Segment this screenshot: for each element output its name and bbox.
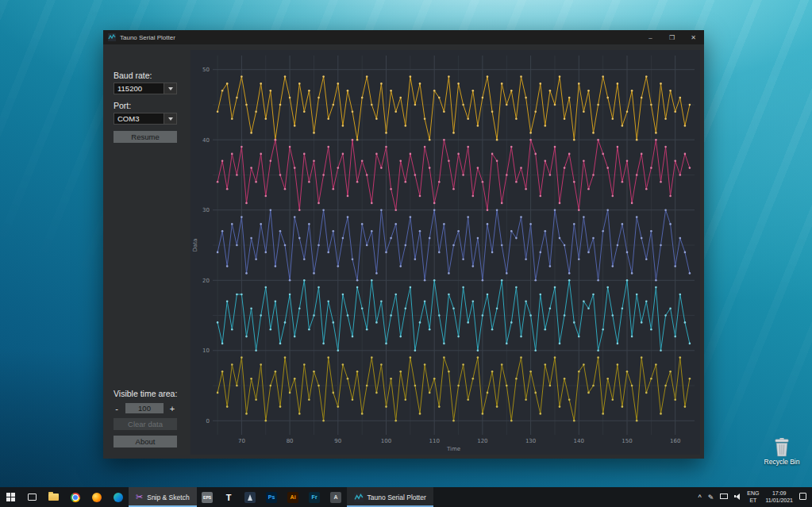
file-explorer-button[interactable] (43, 487, 64, 507)
taskbar-snip-sketch[interactable]: ✂ Snip & Sketch (129, 487, 197, 507)
clear-data-button[interactable]: Clear data (114, 418, 177, 430)
svg-text:110: 110 (429, 438, 440, 444)
svg-text:120: 120 (477, 438, 487, 444)
chevron-down-icon[interactable] (164, 83, 177, 94)
tauno-plotter-icon (354, 493, 364, 502)
port-value: COM3 (114, 113, 164, 125)
desktop: Recycle Bin Tauno Serial Plotter – ❒ ✕ B… (0, 0, 812, 507)
taskbar-tauno-plotter[interactable]: Tauno Serial Plotter (347, 487, 433, 507)
t-app-icon: T (223, 492, 234, 503)
decrement-button[interactable]: - (114, 404, 120, 413)
recycle-bin[interactable]: Recycle Bin (756, 436, 807, 466)
visible-time-area-label: Visible time area: (114, 389, 184, 398)
action-center-icon[interactable] (799, 493, 806, 501)
pinned-app-photoshop[interactable]: Ps (261, 487, 283, 507)
svg-text:40: 40 (202, 137, 210, 144)
svg-text:80: 80 (287, 438, 294, 444)
clock-time: 17:09 (772, 490, 787, 497)
folder-icon (48, 494, 59, 501)
firefox-button[interactable] (86, 487, 107, 507)
task-view-button[interactable] (21, 487, 43, 507)
clock-date: 11/01/2021 (765, 497, 793, 504)
increment-button[interactable]: + (169, 404, 175, 413)
firefox-icon (92, 493, 102, 502)
recycle-bin-icon (773, 436, 791, 457)
window-controls: – ❒ ✕ (640, 30, 704, 44)
taskbar: ✂ Snip & Sketch EPS T Ps Ai Fr A (0, 487, 812, 507)
hidden-icons-chevron[interactable]: ^ (698, 494, 702, 501)
snip-sketch-icon: ✂ (136, 493, 143, 501)
maximize-button[interactable]: ❒ (661, 30, 683, 44)
sidebar: Baud rate: 115200 Port: COM3 Resume Visi… (103, 44, 189, 459)
language-indicator[interactable]: ENG ET (747, 490, 759, 503)
window-content: Baud rate: 115200 Port: COM3 Resume Visi… (103, 44, 704, 459)
svg-text:20: 20 (202, 278, 210, 284)
titlebar[interactable]: Tauno Serial Plotter – ❒ ✕ (103, 30, 704, 44)
edge-button[interactable] (107, 487, 129, 507)
close-button[interactable]: ✕ (683, 30, 704, 44)
svg-text:160: 160 (670, 438, 680, 444)
fresco-icon: Fr (309, 492, 320, 503)
app-icon (108, 33, 116, 41)
svg-text:10: 10 (202, 348, 210, 354)
pinned-app-pen-tool[interactable] (240, 487, 261, 507)
svg-text:150: 150 (622, 438, 632, 444)
language-code: ENG (747, 490, 759, 497)
windows-logo-icon (6, 493, 15, 501)
chrome-icon (71, 493, 80, 502)
baud-rate-select[interactable]: 115200 (114, 83, 177, 94)
minimize-button[interactable]: – (640, 30, 661, 44)
a-app-icon: A (330, 492, 341, 503)
port-label: Port: (114, 101, 184, 110)
pinned-app-t[interactable]: T (218, 487, 240, 507)
system-tray: ^ ✎ ENG ET 17:09 11/01/2021 (693, 487, 812, 507)
chart-panel: 70809010011012013014015016001020304050Ti… (190, 50, 700, 455)
volume-icon[interactable] (734, 494, 741, 501)
svg-text:90: 90 (334, 438, 341, 444)
clock[interactable]: 17:09 11/01/2021 (765, 490, 793, 503)
window-title: Tauno Serial Plotter (120, 34, 175, 41)
svg-text:50: 50 (202, 67, 210, 73)
display-icon[interactable] (720, 494, 728, 501)
svg-text:100: 100 (381, 438, 391, 444)
pinned-app-illustrator[interactable]: Ai (283, 487, 304, 507)
pinned-app-a[interactable]: A (325, 487, 347, 507)
svg-text:Data: Data (192, 239, 198, 252)
eps-app-icon: EPS (202, 492, 213, 503)
recycle-bin-label: Recycle Bin (764, 458, 800, 466)
snip-sketch-label: Snip & Sketch (147, 494, 189, 501)
svg-text:0: 0 (206, 418, 210, 424)
svg-text:140: 140 (574, 438, 584, 444)
illustrator-icon: Ai (287, 492, 298, 503)
sidebar-spacer (114, 144, 184, 385)
chrome-button[interactable] (64, 487, 86, 507)
task-view-icon (28, 494, 37, 501)
svg-text:30: 30 (202, 207, 210, 213)
time-area-value[interactable]: 100 (125, 403, 164, 413)
svg-text:Time: Time (446, 446, 460, 452)
baud-rate-value: 115200 (114, 83, 164, 94)
line-chart: 70809010011012013014015016001020304050Ti… (190, 50, 700, 455)
app-window: Tauno Serial Plotter – ❒ ✕ Baud rate: 11… (103, 30, 704, 459)
baud-rate-label: Baud rate: (114, 71, 184, 80)
start-button[interactable] (0, 487, 21, 507)
svg-text:70: 70 (238, 438, 245, 444)
tauno-plotter-label: Tauno Serial Plotter (368, 494, 426, 501)
about-button[interactable]: About (114, 436, 177, 447)
svg-text:130: 130 (525, 438, 536, 444)
edge-icon (114, 493, 123, 502)
keyboard-layout: ET (749, 497, 756, 504)
resume-button[interactable]: Resume (114, 131, 177, 143)
pen-icon[interactable]: ✎ (708, 494, 714, 501)
pinned-app-fresco[interactable]: Fr (304, 487, 325, 507)
time-area-stepper: - 100 + (114, 403, 184, 413)
pen-tool-icon (244, 492, 256, 503)
chevron-down-icon[interactable] (164, 113, 177, 125)
photoshop-icon: Ps (266, 492, 277, 503)
port-select[interactable]: COM3 (114, 113, 177, 125)
pinned-app-eps[interactable]: EPS (197, 487, 218, 507)
